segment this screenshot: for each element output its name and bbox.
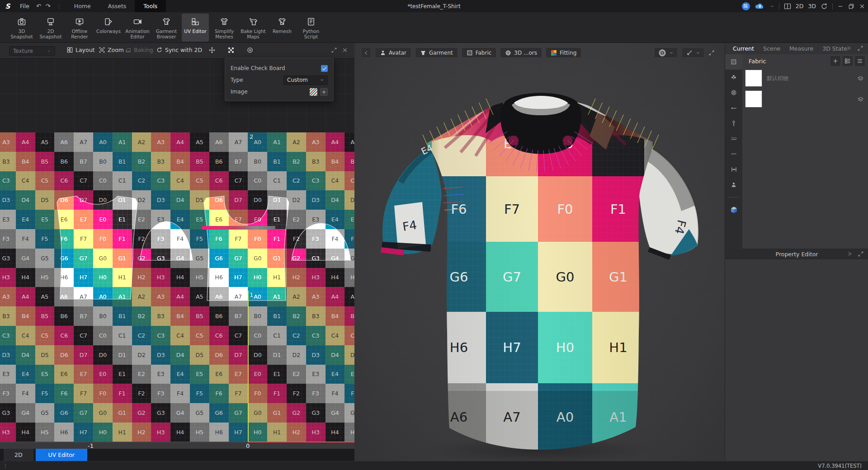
zipper-icon[interactable] bbox=[725, 116, 742, 131]
uv-canvas[interactable]: A3A4A5A6A7A0A1A2A3A4A5A6A7A0A1A2A3A4A5B3… bbox=[0, 59, 354, 449]
restore-button[interactable] bbox=[848, 3, 854, 9]
user-avatar[interactable]: 陈 bbox=[742, 2, 750, 10]
right-tab-scene[interactable]: Scene bbox=[763, 45, 780, 52]
card-view-button[interactable] bbox=[843, 56, 853, 66]
add-fabric-button[interactable] bbox=[830, 56, 840, 66]
svg-text:1: 1 bbox=[250, 291, 253, 298]
button-icon[interactable] bbox=[725, 85, 742, 100]
fabric-swatch[interactable] bbox=[745, 90, 762, 108]
collapse-viewport-tabs-button[interactable] bbox=[361, 47, 371, 58]
viewport-tab-fitting[interactable]: Fitting bbox=[546, 47, 581, 58]
move-cross-icon[interactable] bbox=[208, 47, 216, 54]
viewport-tab-3d-ors[interactable]: 3D ...ors bbox=[500, 47, 542, 58]
fabric-swatch[interactable] bbox=[745, 70, 762, 87]
add-image-button[interactable]: + bbox=[320, 88, 328, 96]
tab-2d[interactable]: 2D bbox=[4, 449, 33, 461]
ribbon-item-uv-editor[interactable]: UV Editor bbox=[182, 14, 209, 42]
cube-3d-icon[interactable] bbox=[725, 202, 742, 217]
view-2d-button[interactable]: 2D bbox=[796, 3, 804, 9]
ribbon-item-bake-light-maps[interactable]: Bake Light Maps bbox=[240, 14, 267, 42]
viewport-3d[interactable]: AvatarGarmentFabric3D ...orsFitting bbox=[354, 43, 725, 461]
left-sleeve[interactable] bbox=[381, 148, 442, 255]
fabric-icon bbox=[467, 50, 473, 56]
file-menu[interactable]: File bbox=[15, 3, 34, 9]
application-window: S File ↶ ↷ ⋮ Home Assets Tools *testFema… bbox=[0, 0, 868, 470]
pen-arrow-icon bbox=[686, 49, 693, 56]
right-sleeve[interactable] bbox=[639, 148, 698, 260]
ribbon-item-garment-browser[interactable]: Garment Browser bbox=[153, 14, 180, 42]
pen-tool-button[interactable] bbox=[682, 47, 704, 58]
enable-check-board-checkbox[interactable] bbox=[321, 65, 328, 72]
version-label: V7.0.3941(TEST) bbox=[818, 463, 862, 469]
cloud-chevron-icon[interactable] bbox=[770, 4, 774, 9]
split-view-icon[interactable] bbox=[784, 3, 791, 10]
refresh-icon[interactable] bbox=[821, 3, 828, 10]
ribbon-item-simplify-meshes[interactable]: Simplify Meshes bbox=[211, 14, 238, 42]
status-handle-icon[interactable]: ⋮ bbox=[0, 463, 8, 469]
viewport-tab-fabric[interactable]: Fabric bbox=[462, 47, 497, 58]
uv-editor-panel: Texture Layout Zoom Baking Sync with 2D bbox=[0, 43, 354, 461]
right-tab-measure[interactable]: Measure bbox=[789, 45, 813, 52]
collapse-property-icon[interactable] bbox=[847, 251, 853, 257]
sync-with-2d-button[interactable]: Sync with 2D bbox=[156, 47, 202, 53]
expand-panel-icon[interactable] bbox=[331, 47, 337, 53]
stitch-wave-icon[interactable] bbox=[725, 131, 742, 146]
ribbon-item-remesh[interactable]: Remesh bbox=[269, 14, 296, 42]
pin-icon[interactable] bbox=[725, 100, 742, 116]
layers-icon[interactable] bbox=[857, 75, 864, 82]
close-panel-icon[interactable] bbox=[342, 47, 348, 53]
uv-piece-outlines[interactable] bbox=[57, 196, 351, 301]
ribbon-item-colorways[interactable]: Colorways bbox=[95, 14, 122, 42]
ribbon-item-python-script[interactable]: Python Script bbox=[297, 14, 325, 42]
property-editor-bar[interactable]: Property Editor bbox=[725, 249, 868, 259]
undo-icon[interactable]: ↶ bbox=[34, 3, 43, 9]
fabric-row[interactable]: 默认织物 bbox=[742, 68, 868, 89]
camera2-icon bbox=[46, 16, 55, 27]
redo-icon[interactable]: ↷ bbox=[43, 3, 53, 9]
swatches-icon bbox=[104, 16, 113, 27]
tab-home[interactable]: Home bbox=[66, 0, 99, 12]
cloud-sync-icon[interactable] bbox=[755, 3, 765, 10]
ribbon-item-offline-render[interactable]: Offline Render bbox=[66, 14, 93, 42]
video-icon bbox=[133, 16, 142, 27]
render-mode-button[interactable] bbox=[654, 47, 678, 58]
layers-icon[interactable] bbox=[857, 96, 864, 103]
layout-button[interactable]: Layout bbox=[66, 47, 95, 53]
viewport-tab-garment[interactable]: Garment bbox=[415, 47, 458, 58]
tshirt-3d-model[interactable]: E7E0F6F7F0F1G6G7G0G1H6H7H0H1A6A7A0A1 bbox=[354, 43, 725, 461]
right-tab-current[interactable]: Current bbox=[733, 45, 754, 52]
expand-viewport-icon[interactable] bbox=[708, 50, 715, 56]
checkerboard-icon[interactable] bbox=[227, 47, 235, 54]
collapse-panel-icon[interactable] bbox=[846, 45, 852, 52]
enable-check-board-label: Enable Check Board bbox=[231, 65, 285, 71]
zoom-button[interactable]: Zoom bbox=[99, 47, 124, 53]
gear-icon[interactable] bbox=[246, 47, 254, 54]
viewport-tab-avatar[interactable]: Avatar bbox=[375, 47, 411, 58]
expand-panel-icon[interactable] bbox=[857, 45, 863, 52]
view-3d-button[interactable]: 3D bbox=[808, 3, 816, 9]
type-select[interactable]: Custom bbox=[283, 75, 328, 85]
right-panel: CurrentSceneMeasure3D State Fabric 默认织物 bbox=[725, 43, 868, 461]
svg-text:2: 2 bbox=[250, 133, 253, 140]
remesh-icon bbox=[278, 16, 287, 27]
ribbon-item-3d-snapshot[interactable]: 3D Snapshot bbox=[8, 14, 35, 42]
menu-separator: ⋮ bbox=[53, 3, 66, 9]
right-tab-3d-state[interactable]: 3D State bbox=[822, 45, 847, 52]
fabric-swatch-icon[interactable] bbox=[725, 54, 742, 70]
list-view-button[interactable] bbox=[855, 56, 865, 66]
tab-assets[interactable]: Assets bbox=[99, 0, 135, 12]
texture-select[interactable]: Texture bbox=[9, 46, 55, 56]
fabric-row[interactable] bbox=[742, 89, 868, 109]
clover-icon[interactable] bbox=[725, 70, 742, 85]
close-button[interactable] bbox=[859, 3, 865, 9]
person-icon[interactable] bbox=[725, 177, 742, 193]
minimize-button[interactable] bbox=[837, 3, 844, 9]
expand-property-icon[interactable] bbox=[858, 251, 864, 257]
tab-tools[interactable]: Tools bbox=[135, 0, 166, 12]
ribbon-item-2d-snapshot[interactable]: 2D Snapshot bbox=[37, 14, 64, 42]
tab-uv-editor[interactable]: UV Editor bbox=[36, 449, 88, 461]
image-thumbnail[interactable] bbox=[310, 88, 317, 96]
topstitch-icon[interactable] bbox=[725, 146, 742, 162]
hardware-icon[interactable] bbox=[725, 162, 742, 177]
ribbon-item-animation-editor[interactable]: Animation Editor bbox=[124, 14, 151, 42]
